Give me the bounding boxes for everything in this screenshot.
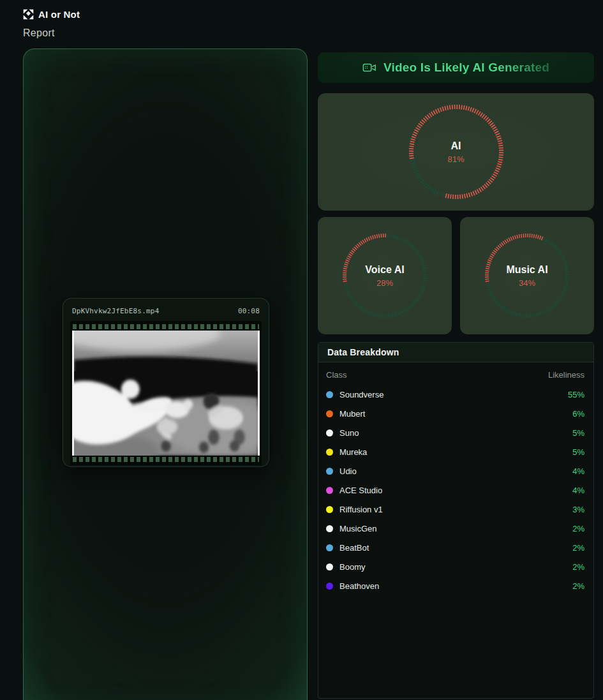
ai-gauge-label: AI [451,140,461,152]
video-meta: DpKVhvkw2JfEbE8s.mp4 00:08 [63,299,269,321]
breakdown-row: Riffusion v13% [318,500,593,519]
video-frame-image [72,331,260,456]
likeliness-value: 2% [572,524,584,533]
brand-home-link[interactable]: AI or Not [23,9,80,20]
class-label: Mureka [339,447,367,457]
class-color-dot [326,544,333,551]
video-timestamp: 00:08 [238,307,260,315]
class-label: Mubert [339,409,365,419]
class-color-dot [326,410,333,417]
brand-logo-icon [23,9,34,20]
film-sprockets-bottom [73,457,259,462]
video-filename: DpKVhvkw2JfEbE8s.mp4 [72,307,159,315]
video-card[interactable]: DpKVhvkw2JfEbE8s.mp4 00:08 [63,298,269,467]
verdict-label: Video Is Likely AI Generated [383,61,549,75]
breakdown-row: Beathoven2% [318,576,593,595]
class-label: Boomy [339,562,365,572]
media-panel: DpKVhvkw2JfEbE8s.mp4 00:08 [23,48,308,700]
class-color-dot [326,449,333,456]
likeliness-value: 5% [572,428,584,438]
voice-ai-gauge-value: 28% [376,278,393,288]
class-color-dot [326,563,333,570]
breakdown-row: MusicGen2% [318,519,593,538]
breakdown-row: Suno5% [318,423,593,442]
page-title: Report [23,27,80,39]
likeliness-value: 3% [572,505,584,514]
class-label: Udio [339,466,357,476]
class-color-dot [326,487,333,494]
gauge-card-voice-ai: Voice AI 28% [318,217,452,334]
gauge-card-music-ai: Music AI 34% [460,217,594,334]
breakdown-row: Soundverse55% [318,385,593,404]
likeliness-value: 2% [572,562,584,572]
breakdown-rows: Soundverse55%Mubert6%Suno5%Mureka5%Udio4… [318,384,593,597]
likeliness-value: 4% [572,486,584,495]
results-column: Video Is Likely AI Generated AI 81% Voic… [318,52,594,699]
breakdown-table-header: Class Likeliness [318,362,593,384]
likeliness-value: 2% [572,581,584,591]
breakdown-row: Mubert6% [318,404,593,423]
film-sprockets-top [73,324,259,329]
video-camera-icon [362,61,376,75]
class-label: Riffusion v1 [339,505,383,514]
breakdown-row: ACE Studio4% [318,480,593,500]
music-ai-gauge-value: 34% [519,278,535,288]
class-label: Soundverse [339,390,383,399]
filmstrip [70,321,262,465]
voice-ai-gauge-label: Voice AI [365,264,404,276]
class-color-dot [326,468,333,475]
data-breakdown-title-bar: Data Breakdown [318,343,593,362]
class-label: BeatBot [339,543,369,553]
secondary-gauges-row: Voice AI 28% Music AI 34% [318,217,594,334]
app-header: AI or Not Report [23,9,80,39]
breakdown-row: BeatBot2% [318,538,593,557]
class-label: ACE Studio [339,486,382,495]
brand-name: AI or Not [38,9,80,20]
class-color-dot [326,525,333,532]
column-header-likeliness: Likeliness [548,370,584,380]
ai-gauge-value: 81% [447,154,464,164]
breakdown-row: Mureka5% [318,442,593,461]
gauge-card-ai: AI 81% [318,93,594,211]
likeliness-value: 4% [572,466,584,476]
class-color-dot [326,506,333,513]
class-color-dot [326,583,333,590]
likeliness-value: 2% [572,543,584,553]
class-color-dot [326,391,333,398]
class-color-dot [326,429,333,436]
music-ai-gauge-label: Music AI [506,264,547,276]
data-breakdown-panel: Data Breakdown Class Likeliness Soundver… [318,342,594,699]
column-header-class: Class [326,370,347,380]
class-label: Suno [339,428,359,438]
likeliness-value: 55% [568,390,584,399]
class-label: Beathoven [339,581,379,591]
data-breakdown-title: Data Breakdown [327,347,584,357]
likeliness-value: 6% [572,409,584,419]
breakdown-row: Boomy2% [318,557,593,576]
breakdown-row: Udio4% [318,461,593,480]
class-label: MusicGen [339,524,377,533]
likeliness-value: 5% [572,447,584,457]
verdict-banner: Video Is Likely AI Generated [318,52,594,83]
